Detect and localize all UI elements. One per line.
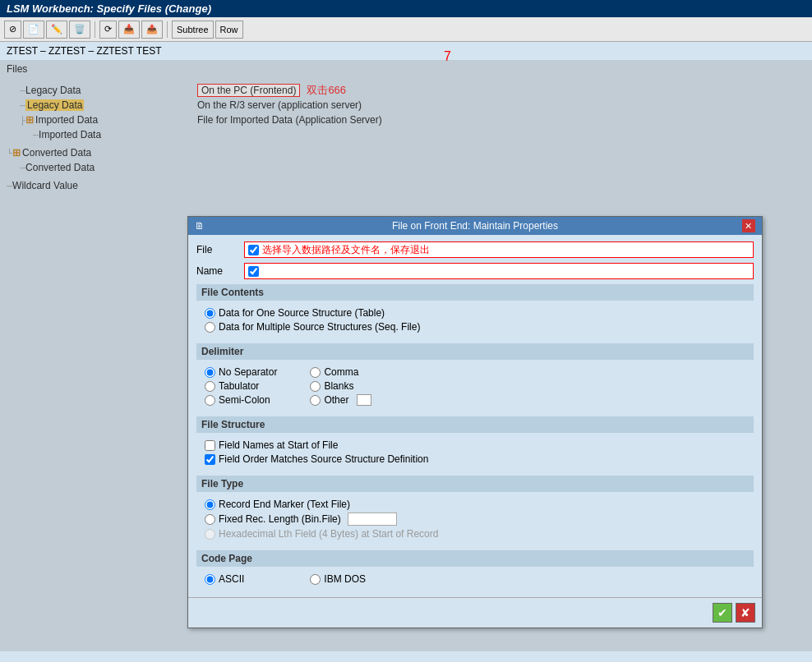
radio-multi-source-label: Data for Multiple Source Structures (Seq… bbox=[219, 321, 420, 333]
modal-close-button[interactable]: ✕ bbox=[742, 219, 755, 232]
toolbar-new-btn[interactable]: 📄 bbox=[23, 21, 44, 39]
radio-ibm-dos[interactable]: IBM DOS bbox=[310, 573, 366, 585]
modal-file-label: File bbox=[196, 244, 238, 255]
radio-one-source-label: Data for One Source Structure (Table) bbox=[219, 307, 385, 319]
radio-semicolon-input[interactable] bbox=[205, 395, 215, 406]
other-input-box[interactable] bbox=[357, 394, 371, 406]
main-area: Files ─ Legacy Data ─ Legacy Data ├ ⊞ Im… bbox=[0, 60, 812, 651]
radio-fixed-rec-input[interactable] bbox=[205, 514, 215, 525]
radio-other[interactable]: Other bbox=[310, 394, 371, 406]
radio-tabulator[interactable]: Tabulator bbox=[205, 380, 277, 392]
modal-cancel-button[interactable]: ✘ bbox=[736, 603, 755, 623]
checkbox-field-names-input[interactable] bbox=[205, 440, 215, 451]
section-code-page-header: Code Page bbox=[196, 550, 754, 567]
toolbar-row-btn[interactable]: Row bbox=[215, 21, 243, 39]
radio-no-sep[interactable]: No Separator bbox=[205, 366, 277, 378]
breadcrumb: ZTEST – ZZTEST – ZZTEST TEST bbox=[0, 42, 812, 60]
modal-content: File 选择导入数据路径及文件名，保存退出 Name File Content… bbox=[188, 235, 762, 597]
modal-titlebar: 🗎 File on Front End: Maintain Properties… bbox=[188, 217, 762, 235]
section-file-contents-header: File Contents bbox=[196, 284, 754, 301]
modal-file-checkbox[interactable] bbox=[248, 245, 259, 255]
radio-comma[interactable]: Comma bbox=[310, 366, 371, 378]
radio-hexadecimal-input bbox=[205, 529, 215, 540]
toolbar-separator-2 bbox=[167, 21, 168, 38]
title-text: LSM Workbench: Specify Files (Change) bbox=[7, 2, 211, 15]
toolbar-edit-btn[interactable]: ✏️ bbox=[46, 21, 67, 39]
modal-confirm-button[interactable]: ✔ bbox=[713, 603, 732, 623]
toolbar-copy-btn[interactable]: ⟳ bbox=[99, 21, 117, 39]
radio-record-end-input[interactable] bbox=[205, 499, 215, 510]
modal-file-row: File 选择导入数据路径及文件名，保存退出 bbox=[196, 241, 754, 258]
toolbar-delete-btn[interactable]: 🗑️ bbox=[69, 21, 90, 39]
toolbar-subtree-btn[interactable]: Subtree bbox=[172, 21, 214, 39]
checkbox-field-names[interactable]: Field Names at Start of File bbox=[205, 439, 745, 451]
radio-one-source[interactable]: Data for One Source Structure (Table) bbox=[205, 307, 745, 319]
toolbar-separator-1 bbox=[95, 21, 95, 38]
modal-title-text: File on Front End: Maintain Properties bbox=[392, 220, 558, 232]
section-file-contents: Data for One Source Structure (Table) Da… bbox=[196, 304, 754, 338]
delimiter-options: No Separator Tabulator Semi-Colon bbox=[205, 366, 745, 408]
toolbar-export-btn[interactable]: 📤 bbox=[141, 21, 163, 39]
radio-comma-input[interactable] bbox=[310, 367, 321, 378]
modal-name-input[interactable] bbox=[244, 263, 754, 279]
section-file-type: Record End Marker (Text File) Fixed Rec.… bbox=[196, 495, 754, 545]
toolbar: ⊘ 📄 ✏️ 🗑️ ⟳ 📥 📤 Subtree Row bbox=[0, 17, 812, 42]
modal-footer: ✔ ✘ bbox=[188, 597, 762, 628]
section-delimiter-header: Delimiter bbox=[196, 343, 754, 360]
radio-one-source-input[interactable] bbox=[205, 308, 215, 319]
breadcrumb-text: ZTEST – ZZTEST – ZZTEST TEST bbox=[7, 45, 161, 57]
toolbar-import-btn[interactable]: 📥 bbox=[118, 21, 140, 39]
checkbox-field-order-input[interactable] bbox=[205, 454, 215, 465]
modal-name-row: Name bbox=[196, 263, 754, 279]
section-file-structure-header: File Structure bbox=[196, 416, 754, 433]
toolbar-back-btn[interactable]: ⊘ bbox=[4, 21, 21, 39]
radio-ibm-dos-input[interactable] bbox=[310, 574, 321, 585]
title-bar: LSM Workbench: Specify Files (Change) bbox=[0, 0, 812, 17]
radio-fixed-rec[interactable]: Fixed Rec. Length (Bin.File) bbox=[205, 513, 745, 526]
modal-name-checkbox[interactable] bbox=[248, 266, 259, 277]
bin-length-input[interactable] bbox=[348, 513, 397, 526]
radio-ascii-input[interactable] bbox=[205, 574, 215, 585]
radio-semicolon[interactable]: Semi-Colon bbox=[205, 394, 277, 406]
code-page-options: ASCII IBM DOS bbox=[205, 573, 745, 587]
section-file-structure: Field Names at Start of File Field Order… bbox=[196, 436, 754, 471]
modal-name-label: Name bbox=[196, 265, 238, 277]
radio-other-input[interactable] bbox=[310, 395, 321, 406]
radio-record-end[interactable]: Record End Marker (Text File) bbox=[205, 499, 745, 510]
radio-multi-source[interactable]: Data for Multiple Source Structures (Seq… bbox=[205, 321, 745, 333]
radio-no-sep-input[interactable] bbox=[205, 367, 215, 378]
section-delimiter: No Separator Tabulator Semi-Colon bbox=[196, 363, 754, 411]
delimiter-right: Comma Blanks Other bbox=[310, 366, 371, 408]
radio-blanks-input[interactable] bbox=[310, 381, 321, 392]
modal-dialog: 🗎 File on Front End: Maintain Properties… bbox=[187, 216, 763, 628]
modal-file-input[interactable]: 选择导入数据路径及文件名，保存退出 bbox=[244, 241, 754, 258]
modal-title-icon: 🗎 bbox=[195, 220, 205, 232]
checkbox-field-order[interactable]: Field Order Matches Source Structure Def… bbox=[205, 453, 745, 465]
radio-ascii[interactable]: ASCII bbox=[205, 573, 244, 585]
section-file-type-header: File Type bbox=[196, 476, 754, 492]
delimiter-left: No Separator Tabulator Semi-Colon bbox=[205, 366, 277, 408]
modal-file-annotation: 选择导入数据路径及文件名，保存退出 bbox=[262, 243, 430, 257]
section-code-page: ASCII IBM DOS bbox=[196, 570, 754, 591]
radio-hexadecimal: Hexadecimal Lth Field (4 Bytes) at Start… bbox=[205, 528, 745, 540]
radio-multi-source-input[interactable] bbox=[205, 322, 215, 333]
radio-blanks[interactable]: Blanks bbox=[310, 380, 371, 392]
radio-tabulator-input[interactable] bbox=[205, 381, 215, 392]
